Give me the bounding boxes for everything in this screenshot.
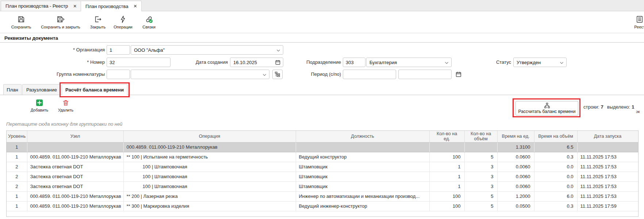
operations-button[interactable]: Операции xyxy=(112,15,134,29)
cell-operation: 100 | Штамповочная xyxy=(123,172,296,181)
column-header-qty-per-volume[interactable]: Кол-во на объём xyxy=(464,131,497,142)
column-header-time-per-volume[interactable]: Время на объём xyxy=(534,131,577,142)
cell-node: 000.4859. 011.000-119-210 Металлорукав xyxy=(27,152,123,162)
cell-time-per-unit: 0.0060 xyxy=(497,181,534,191)
tab-plan[interactable]: План xyxy=(3,84,22,95)
cell-level: 1 xyxy=(7,191,27,201)
organization-select[interactable]: ООО "Альфа" xyxy=(131,45,283,55)
column-header-time-per-unit[interactable]: Время на ед. xyxy=(497,131,534,142)
registry-button[interactable]: Реест xyxy=(629,15,644,29)
cell-node: Застежка ответная DOT xyxy=(27,181,123,191)
column-header-level[interactable]: Уровень xyxy=(7,131,27,142)
cell-qty-per-unit: 100 xyxy=(429,191,464,201)
organization-label: * Организация xyxy=(32,45,105,55)
cell-node xyxy=(27,142,123,152)
window-tab-label: План производства xyxy=(85,4,128,9)
cell-time-per-volume: 6.0 xyxy=(534,191,577,201)
cell-level: 1 xyxy=(7,201,27,211)
calc-balance-icon xyxy=(544,102,550,109)
organization-select-value: ООО "Альфа" xyxy=(134,47,165,53)
cell-position: Ведущий конструктор xyxy=(296,152,429,162)
divider xyxy=(0,33,644,33)
selected-count: 1 xyxy=(632,104,634,110)
balance-table-container: Уровень Узел Операция Должность Кол-во н… xyxy=(6,130,639,217)
cell-qty-per-volume: 5 xyxy=(464,191,497,201)
nomenclature-group-code-input[interactable] xyxy=(107,70,130,79)
rows-label: строки: xyxy=(583,104,599,110)
cell-time-per-volume: 6.5 xyxy=(534,142,577,152)
table-row[interactable]: 2 Застежка ответная DOT 100 | Штамповочн… xyxy=(7,172,638,181)
cell-qty-per-volume xyxy=(464,142,497,152)
column-header-operation[interactable]: Операция xyxy=(123,131,296,142)
table-row[interactable]: 1 000.4859. 011.000-119-210 Металлорукав… xyxy=(7,201,638,211)
close-tab-icon[interactable]: ✕ xyxy=(73,4,77,9)
department-code-input[interactable] xyxy=(343,58,365,67)
cell-position: Штамповщик xyxy=(296,172,429,181)
close-button[interactable]: Закрыть xyxy=(88,15,108,29)
operations-button-label: Операции xyxy=(114,25,132,29)
tab-time-balance-label: Расчёт баланса времени xyxy=(65,87,124,93)
app-window: План производства - Реестр ✕ План произв… xyxy=(0,0,644,219)
save-and-close-button[interactable]: Сохранить и закрыть xyxy=(38,15,83,29)
cell-time-per-volume: 0.3 xyxy=(534,152,577,162)
save-icon xyxy=(17,15,25,23)
table-row[interactable]: 2 Застежка ответная DOT 100 | Штамповочн… xyxy=(7,162,638,172)
column-header-position[interactable]: Должность xyxy=(296,131,429,142)
window-tab-bar: План производства - Реестр ✕ План произв… xyxy=(0,0,644,11)
cell-level: 2 xyxy=(7,181,27,191)
column-header-launch-date[interactable]: Дата запуска xyxy=(577,131,638,142)
window-tab-plan-registry[interactable]: План производства - Реестр ✕ xyxy=(1,1,81,11)
links-icon xyxy=(145,15,153,23)
registry-button-label: Реест xyxy=(634,25,644,29)
table-row[interactable]: 1 000.4859. 011.000-119-210 Металлорукав… xyxy=(7,191,638,201)
cell-qty-per-volume: 3 xyxy=(464,162,497,172)
cell-node: Застежка ответная DOT xyxy=(27,162,123,172)
cell-time-per-volume: 0.0 xyxy=(534,181,577,191)
add-button[interactable]: Добавить xyxy=(29,99,50,112)
department-label: Подразделение xyxy=(268,58,341,67)
cell-operation: ** 200 | Лазерная резка xyxy=(123,191,296,201)
save-button[interactable]: Сохранить xyxy=(7,15,35,29)
cell-level: 1 xyxy=(7,152,27,162)
cell-time-per-unit: 1.3100 xyxy=(497,142,534,152)
organization-code-input[interactable] xyxy=(107,45,130,55)
table-row[interactable]: 2 Застежка ответная DOT 100 | Штамповочн… xyxy=(7,181,638,191)
cell-level: 1 xyxy=(7,142,27,152)
cell-node: 000.4859. 011.000-119-210 Металлорукав xyxy=(27,191,123,201)
department-select[interactable]: Бухгалтерия xyxy=(366,58,452,67)
table-row[interactable]: 1 000.4859. 011.000-119-210 Металлорукав… xyxy=(7,152,638,162)
cell-qty-per-unit: 100 xyxy=(429,152,464,162)
column-header-node[interactable]: Узел xyxy=(27,131,123,142)
cell-time-per-unit: 0.0600 xyxy=(497,152,534,162)
cell-qty-per-unit xyxy=(429,142,464,152)
cell-qty-per-volume: 3 xyxy=(464,172,497,181)
delete-button[interactable]: Удалить xyxy=(55,99,76,112)
cell-launch-date: 11.11.2025 17:53 xyxy=(577,152,638,162)
group-by-hint: Перетащите сюда колонку для группировки … xyxy=(6,121,122,127)
status-select[interactable]: Утвержден xyxy=(513,58,567,67)
period-from-input[interactable] xyxy=(343,70,396,79)
tab-plan-label: План xyxy=(7,87,18,93)
table-row[interactable]: 1 000.4859. 011.000-119-210 Металлорукав… xyxy=(7,142,638,152)
cell-launch-date: 11.11.2025 17:59 xyxy=(577,201,638,211)
calc-balance-button-label: Рассчитать баланс времени xyxy=(518,109,576,114)
window-tab-plan-document[interactable]: План производства ✕ xyxy=(81,1,142,11)
links-button[interactable]: Связки xyxy=(139,15,159,29)
table-header-row: Уровень Узел Операция Должность Кол-во н… xyxy=(7,131,638,142)
nomenclature-group-select[interactable] xyxy=(131,70,269,79)
save-and-close-button-label: Сохранить и закрыть xyxy=(41,25,80,29)
column-header-qty-per-unit[interactable]: Кол-во на ед. xyxy=(429,131,464,142)
period-to-input[interactable] xyxy=(398,70,452,79)
save-button-label: Сохранить xyxy=(11,25,31,29)
tab-time-balance[interactable]: Расчёт баланса времени xyxy=(62,84,127,95)
save-close-icon xyxy=(57,15,65,23)
cell-position: Штамповщик xyxy=(296,162,429,172)
cell-operation: ** 100 | Испытание на герметичность xyxy=(123,152,296,162)
close-tab-icon[interactable]: ✕ xyxy=(133,4,137,9)
tab-razuzlovanie[interactable]: Разузлование xyxy=(22,84,61,95)
calc-balance-button[interactable]: Рассчитать баланс времени xyxy=(515,101,578,116)
period-calendar-icon[interactable] xyxy=(455,71,462,78)
cell-time-per-unit: 0.0060 xyxy=(497,172,534,181)
hierarchy-select-button[interactable] xyxy=(272,70,283,79)
cell-qty-per-volume: 3 xyxy=(464,181,497,191)
